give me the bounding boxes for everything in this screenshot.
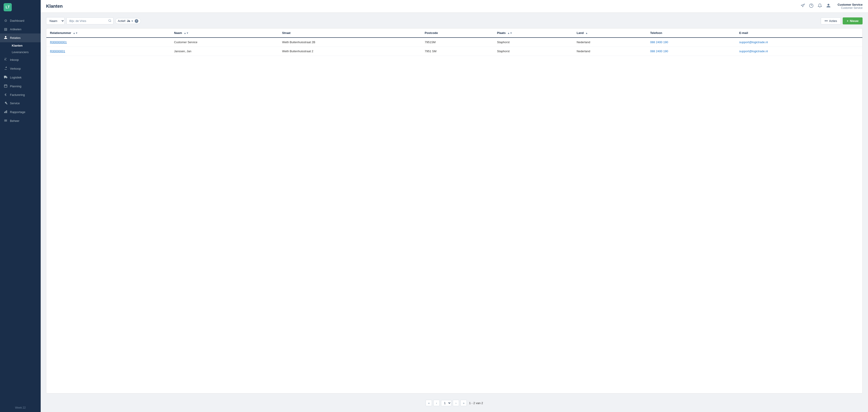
table-row: R00000001 Janssen, Jan Weth Buitenhuisst…	[46, 47, 862, 56]
active-badge-label: Actief:	[118, 19, 126, 23]
inkoop-icon	[4, 58, 8, 62]
sidebar-item-planning[interactable]: Planning	[0, 82, 41, 91]
nieuw-label: Nieuw	[850, 19, 859, 23]
svg-rect-7	[4, 112, 5, 113]
cell-relatienummer[interactable]: R000000001	[46, 37, 170, 47]
relaties-icon	[4, 36, 8, 40]
cell-email[interactable]: support@logictrade.nl	[736, 47, 862, 56]
col-plaats[interactable]: Plaats ▲▼	[493, 29, 573, 37]
cell-naam: Janssen, Jan	[170, 47, 278, 56]
col-naam[interactable]: Naam ▲▼	[170, 29, 278, 37]
rapportage-icon	[4, 110, 8, 114]
sidebar-submenu-item-klanten[interactable]: Klanten	[10, 42, 41, 49]
bell-icon[interactable]	[817, 3, 822, 9]
sidebar-item-label: Service	[10, 101, 20, 105]
user-name: Customer Service	[837, 3, 863, 6]
help-icon[interactable]	[809, 3, 813, 9]
logistiek-icon	[4, 75, 8, 80]
filter-field-select[interactable]: Naam	[46, 17, 65, 25]
artikelen-icon: ▤	[4, 27, 8, 31]
svg-rect-8	[5, 111, 6, 113]
cell-telefoon[interactable]: 088 2400 190	[647, 37, 736, 47]
pagination: « ‹ 1 › » 1 - 2 van 2	[46, 397, 863, 408]
user-avatar-icon	[826, 3, 831, 9]
content: Naam Actief: Ja ▼ ✕ ••• Acties +	[41, 13, 868, 412]
sort-icon: ▲▼	[73, 32, 78, 34]
topbar: Klanten Customer Service Customer Servic…	[41, 0, 868, 13]
cell-straat: Weth Buitenhuisstraat 2	[278, 47, 421, 56]
sidebar-item-relaties[interactable]: Relaties	[0, 33, 41, 42]
sidebar-item-logistiek[interactable]: Logistiek	[0, 73, 41, 82]
klanten-table: Relatienummer ▲▼ Naam ▲▼ Straat Postcode	[46, 29, 862, 56]
last-page-button[interactable]: »	[460, 400, 467, 406]
page-select[interactable]: 1	[441, 400, 452, 406]
table-container: Relatienummer ▲▼ Naam ▲▼ Straat Postcode	[46, 28, 863, 393]
prev-page-button[interactable]: ‹	[433, 400, 440, 406]
col-label: Postcode	[425, 31, 438, 35]
active-filter-badge[interactable]: Actief: Ja ▼ ✕	[115, 18, 141, 24]
svg-rect-0	[4, 76, 6, 78]
col-land[interactable]: Land ▲	[573, 29, 647, 37]
sidebar-item-label: Planning	[10, 85, 22, 88]
sidebar-item-facturering[interactable]: € Facturering	[0, 91, 41, 99]
col-label: Plaats	[497, 31, 506, 35]
cell-relatienummer[interactable]: R00000001	[46, 47, 170, 56]
nieuw-button[interactable]: + Nieuw	[843, 18, 863, 24]
topbar-user: Customer Service Customer Service	[837, 3, 863, 9]
page-title: Klanten	[46, 4, 800, 9]
cell-plaats: Staphorst	[493, 47, 573, 56]
sidebar-item-beheer[interactable]: Beheer	[0, 116, 41, 125]
col-telefoon[interactable]: Telefoon	[647, 29, 736, 37]
sidebar-item-label: Logistiek	[10, 76, 22, 79]
cell-postcode: 7951 SM	[421, 47, 493, 56]
sidebar-item-artikelen[interactable]: ▤ Artikelen	[0, 25, 41, 33]
next-page-button[interactable]: ›	[453, 400, 459, 406]
sidebar-item-inkoop[interactable]: Inkoop	[0, 55, 41, 64]
sidebar-item-label: Beheer	[10, 119, 20, 123]
table-body: R000000001 Customer Service Weth Buitenh…	[46, 37, 862, 56]
chevron-down-icon: ▼	[131, 20, 133, 22]
sidebar-item-label: Inkoop	[10, 58, 19, 61]
cell-straat: Weth Buitenhuisstraat 2B	[278, 37, 421, 47]
col-straat[interactable]: Straat	[278, 29, 421, 37]
col-email[interactable]: E-mail	[736, 29, 862, 37]
user-role: Customer Service	[841, 6, 863, 9]
sidebar-item-label: Rapportage	[10, 110, 25, 114]
sidebar-nav: ⊙ Dashboard ▤ Artikelen Relaties Klanten…	[0, 14, 41, 404]
sidebar: LT ⊙ Dashboard ▤ Artikelen Relaties Klan…	[0, 0, 41, 412]
first-page-button[interactable]: «	[426, 400, 432, 406]
service-icon	[4, 101, 8, 106]
svg-point-1	[4, 78, 5, 79]
cell-email[interactable]: support@logictrade.nl	[736, 37, 862, 47]
col-label: E-mail	[739, 31, 748, 35]
clear-active-filter-button[interactable]: ✕	[135, 19, 138, 23]
sidebar-item-dashboard[interactable]: ⊙ Dashboard	[0, 16, 41, 25]
col-label: Relatienummer	[50, 31, 71, 35]
dots-icon: •••	[825, 19, 828, 23]
cell-telefoon[interactable]: 088 2400 190	[647, 47, 736, 56]
sidebar-week: Week 22	[0, 404, 41, 412]
col-relatienummer[interactable]: Relatienummer ▲▼	[46, 29, 170, 37]
col-postcode[interactable]: Postcode	[421, 29, 493, 37]
sort-icon: ▲▼	[507, 32, 513, 34]
svg-rect-9	[6, 110, 7, 113]
cell-land: Nederland	[573, 47, 647, 56]
filter-input[interactable]	[68, 18, 108, 24]
sidebar-item-rapportage[interactable]: Rapportage	[0, 108, 41, 116]
facturering-icon: €	[4, 93, 8, 96]
sort-icon: ▲	[585, 32, 588, 34]
sidebar-item-verkoop[interactable]: Verkoop	[0, 64, 41, 73]
filter-bar: Naam Actief: Ja ▼ ✕ ••• Acties +	[46, 17, 863, 25]
sidebar-item-service[interactable]: Service	[0, 99, 41, 108]
verkoop-icon	[4, 66, 8, 71]
beheer-icon	[4, 119, 8, 123]
col-label: Naam	[174, 31, 182, 35]
sidebar-logo: LT	[0, 0, 41, 14]
cell-plaats: Staphorst	[493, 37, 573, 47]
cell-land: Nederland	[573, 37, 647, 47]
megaphone-icon[interactable]	[800, 3, 805, 9]
topbar-icons: Customer Service Customer Service	[800, 3, 863, 9]
sidebar-submenu-item-leveranciers[interactable]: Leveranciers	[10, 49, 41, 55]
field-dropdown[interactable]: Naam	[46, 18, 64, 24]
acties-button[interactable]: ••• Acties	[821, 18, 841, 24]
